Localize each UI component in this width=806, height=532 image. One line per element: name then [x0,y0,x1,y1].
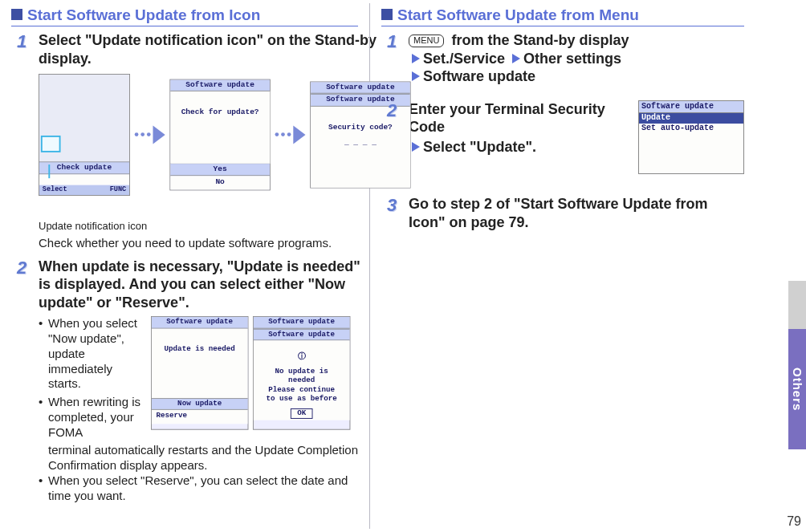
step-number-1: 1 [11,31,39,251]
bullet-3-text: When you select "Reserve", you can selec… [48,473,368,504]
phone-d-reserve: Reserve [152,410,248,424]
left-step-2-body: When update is necessary, "Update is nee… [39,258,368,507]
menu-key-icon: MENU [409,35,444,47]
right-step-2-body: Software update Update Set auto-update E… [409,100,744,175]
dot-icon [140,133,145,137]
bullet-1: •When you select "Now update", update im… [39,316,143,392]
triangle-icon [512,54,520,63]
right-step-3-text: Go to step 2 of "Start Software Update f… [409,195,744,231]
step2-row: •When you select "Now update", update im… [39,316,368,440]
dot-icon [275,133,279,137]
dot-icon [135,133,139,137]
left-step-1: 1 Select "Update notification icon" on t… [11,31,358,251]
phone-a-body [39,75,129,161]
page-number: 79 [787,514,801,529]
phone-e-title: Software update [254,317,350,328]
phone-a-foot-left: Select [43,185,67,194]
square-bullet-icon [11,9,22,20]
phone-d-now-update: Now update [152,398,248,410]
phone-e-l1: No update is [255,368,348,377]
phone-a-foot-right: FUNC [110,185,127,194]
phone-e-band: Software update [254,328,350,340]
triangle-icon [412,54,420,63]
left-column: Start Software Update from Icon 1 Select… [0,0,369,532]
right-step-1-line1: from the Stand-by display [447,32,629,48]
phone-right-autoupdate: Set auto-update [639,124,743,174]
phone-right: Software update Update Set auto-update [638,100,744,175]
phone-b-no: No [170,176,270,190]
dot-arrow-2 [275,125,306,144]
side-tab: Others [785,281,806,449]
right-step-1-body: MENU from the Stand-by display Set./Serv… [409,31,744,86]
right-step-1: 1 MENU from the Stand-by display Set./Se… [381,31,744,86]
square-bullet-icon [381,9,393,20]
right-step-2: 2 Software update Update Set auto-update… [381,100,744,175]
phone-d-body: Update is needed [152,328,248,397]
bullet-2-start: •When rewriting is completed, your FOMA [39,395,143,440]
phone-a: Check update Select FUNC [39,74,130,196]
triangle-icon [412,142,420,152]
dot-arrow-1 [135,125,165,144]
phone-e-l3: Please continue [255,386,348,396]
phone-right-update: Update [639,113,743,124]
triangle-icon [412,71,420,81]
bullet-2-cont: terminal automatically restarts and the … [39,443,368,473]
right-step-2-line2: Select "Update". [423,139,536,155]
step-number-2: 2 [11,258,39,507]
phone-b-yes: Yes [170,163,270,176]
step2-bullets-left: •When you select "Now update", update im… [39,316,143,440]
nav-other-settings: Other settings [523,51,621,67]
dot-icon [287,133,291,137]
left-title-text: Start Software Update from Icon [27,6,260,23]
bullet-1-text: When you select "Now update", update imm… [48,316,143,392]
phone-b-body: Check for update? [170,91,270,163]
phone-e-body: ⓘ No update is needed Please continue to… [254,341,350,421]
left-step-2-heading: When update is necessary, "Update is nee… [39,258,368,312]
phone-e-l2: needed [255,376,348,386]
side-tab-others: Others [788,329,806,449]
phone-b-mid: Check for update? [172,108,268,118]
step-number-3: 3 [381,195,409,231]
side-tab-grey [788,281,806,329]
icon-pointer-line [48,164,50,178]
arrow-icon [293,125,305,144]
phone-a-gap [39,174,129,185]
phone-d: Software update Update is needed Now upd… [151,316,248,430]
right-step-3: 3 Go to step 2 of "Start Software Update… [381,195,744,231]
left-section-title: Start Software Update from Icon [11,6,358,26]
nav-software-update: Software update [423,68,535,84]
phone-a-band: Check update [39,161,129,174]
phone-right-title: Software update [639,101,743,114]
dot-icon [281,133,285,137]
dot-icon [147,133,151,137]
phone-e-l4: to use as before [255,395,348,404]
phone-a-footer: Select FUNC [39,185,129,195]
step-number-1: 1 [381,31,409,86]
right-section-title: Start Software Update from Menu [381,6,744,26]
phone-e: Software update Software update ⓘ No upd… [253,316,350,430]
phone-e-ok: OK [291,408,313,419]
right-step-2-line1: Enter your Terminal Security Code [409,100,609,136]
right-title-text: Start Software Update from Menu [397,6,639,23]
page: Start Software Update from Icon 1 Select… [0,0,806,532]
arrow-icon [153,125,165,144]
phone-row-2: Software update Update is needed Now upd… [151,316,350,430]
nav-set-service: Set./Service [423,51,505,67]
update-notification-icon [41,136,61,152]
step-number-2: 2 [381,100,409,175]
phone-d-mid: Update is needed [153,345,246,355]
right-column: Start Software Update from Menu 1 MENU f… [370,0,755,532]
phone-row-1: Check update Select FUNC [39,74,411,196]
side-tab-label: Others [791,368,804,411]
bullet-3: •When you select "Reserve", you can sele… [39,473,368,504]
phone-d-title: Software update [152,317,248,328]
phone-b: Software update Check for update? Yes No [169,79,270,190]
phone-b-title: Software update [170,79,270,91]
left-step-2: 2 When update is necessary, "Update is n… [11,258,358,507]
